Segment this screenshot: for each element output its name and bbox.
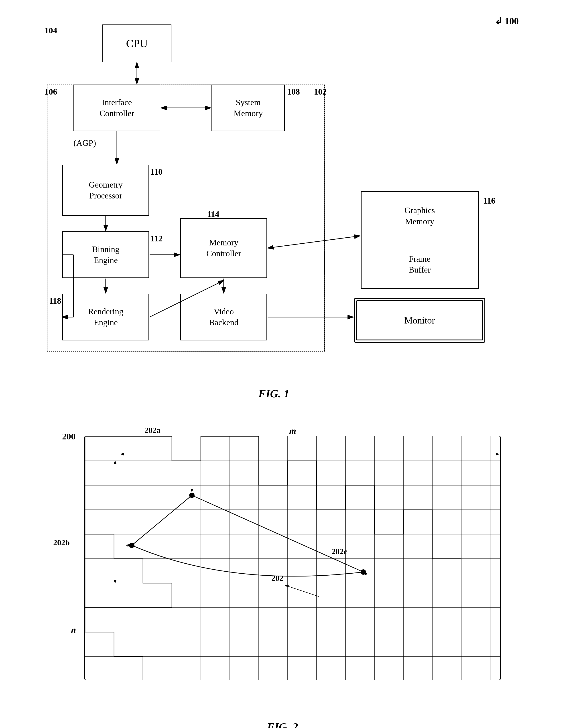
label-m: m (289, 426, 296, 436)
video-backend-box: Video Backend (180, 294, 267, 340)
svg-line-39 (132, 495, 192, 545)
ref-112: 112 (150, 234, 162, 243)
svg-line-40 (192, 495, 363, 572)
fig2-container: 200 202a m 202b 202c 202 n (26, 413, 539, 728)
ref-104-dash: — (63, 29, 71, 38)
ref-118: 118 (49, 296, 61, 306)
geometry-processor-box: Geometry Processor (62, 165, 149, 216)
cpu-label: CPU (126, 36, 148, 51)
ref-200: 200 (62, 431, 75, 442)
fig2-svg (85, 436, 501, 680)
video-backend-label: Video Backend (209, 306, 239, 328)
interface-controller-box: Interface Controller (73, 85, 160, 131)
fig1-diagram: 102 CPU 104 — Interface Controller 106 S… (29, 13, 519, 380)
frame-buffer-label: Frame Buffer (409, 253, 431, 275)
ref-202b: 202b (53, 538, 70, 547)
rendering-engine-box: Rendering Engine (62, 294, 149, 340)
memory-controller-box: Memory Controller (180, 218, 267, 278)
ref-202a: 202a (144, 426, 160, 435)
system-memory-label: System Memory (234, 97, 263, 119)
fig2-main-box (84, 436, 501, 680)
ref-106: 106 (44, 87, 57, 97)
label-n: n (71, 625, 76, 635)
ref-104: 104 (44, 26, 57, 35)
system-memory-box: System Memory (211, 85, 285, 131)
fig1-caption: FIG. 1 (18, 387, 530, 400)
ref-114: 114 (207, 209, 219, 219)
cpu-box: CPU (102, 24, 171, 62)
svg-point-41 (189, 493, 194, 498)
memory-controller-label: Memory Controller (206, 237, 241, 259)
monitor-label: Monitor (404, 315, 435, 326)
svg-line-47 (286, 585, 319, 597)
graphics-memory-label: Graphics Memory (404, 205, 435, 227)
fig1-container: ↲ 100 102 CPU 104 — Interface Controller… (18, 13, 530, 400)
fig2-diagram: 200 202a m 202b 202c 202 n (49, 413, 516, 714)
binning-engine-label: Binning Engine (92, 244, 119, 266)
geometry-processor-label: Geometry Processor (89, 179, 123, 201)
binning-engine-box: Binning Engine (62, 231, 149, 278)
fig2-caption: FIG. 2 (26, 720, 539, 728)
monitor-box-outer: Monitor (354, 298, 485, 343)
ref-116: 116 (483, 196, 495, 206)
ref-102: 102 (314, 87, 327, 97)
rendering-engine-label: Rendering Engine (88, 306, 123, 328)
ref-108: 108 (287, 87, 300, 97)
agp-label: (AGP) (73, 138, 96, 148)
graphics-memory-frame-buffer-box: Graphics Memory Frame Buffer (361, 191, 479, 289)
ref-110: 110 (150, 167, 162, 177)
interface-controller-label: Interface Controller (99, 97, 134, 119)
